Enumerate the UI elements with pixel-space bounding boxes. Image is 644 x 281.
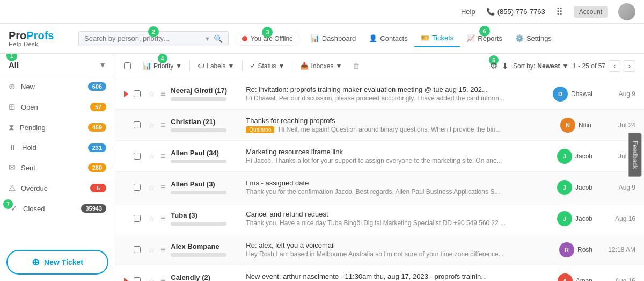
table-row[interactable]: ☆ ≡ Neeraj Giroti (17) Re: invitation: p… [115,78,644,110]
ticket-assignee-3: J Jacob [557,180,592,195]
step-6-nav-badge: 6 [479,26,490,37]
table-row[interactable]: ☆ ≡ Christian (21) Thanks for reaching p… [115,110,644,141]
tickets-icon: 🎫 [421,34,429,42]
offline-label: You are Offline [251,35,293,42]
priority-arrow: ▼ [175,62,182,70]
sidebar-item-closed[interactable]: 7 ✓ Closed 35943 [0,198,115,219]
table-row[interactable]: ☆ ≡ Allen Paul (3) Lms - assigned date T… [115,172,644,203]
select-all-checkbox[interactable] [124,62,131,69]
table-row[interactable]: ☆ ≡ Alex Bompane Re: alex, left you a vo… [115,234,644,265]
tickets-toolbar: 4 📊 Priority ▼ 🏷 Labels ▼ ✓ Status ▼ 📥 I… [115,54,644,78]
ticket-type-icon-4: ≡ [160,214,165,224]
download-icon[interactable]: ⬇ [502,61,509,71]
labels-icon: 🏷 [197,62,204,70]
sidebar-item-new[interactable]: ⊕ New 606 [0,76,115,97]
help-link[interactable]: Help [461,8,475,16]
inboxes-label: Inboxes [311,62,333,70]
ticket-checkbox-4[interactable] [134,215,141,222]
star-icon-6[interactable]: ☆ [148,277,155,282]
priority-filter-btn[interactable]: 4 📊 Priority ▼ [137,59,187,73]
filter-icon-wrapper[interactable]: 5 ⚙ [490,61,497,71]
avatar[interactable] [618,3,635,20]
ticket-subject-0: Re: invitation: proprofs training maker … [246,85,547,93]
nav-item-settings[interactable]: ⚙️ Settings [509,30,558,47]
nav-bar: ProProfs Help Desk 2 ▼ 🔍 3 You are Offli… [0,24,644,54]
grid-icon[interactable]: ⠿ [556,6,563,18]
toolbar-sep-3 [292,61,292,71]
ticket-checkbox-1[interactable] [134,121,141,128]
ticket-sender-0: Neeraj Giroti (17) [171,87,240,101]
ticket-date-6: Aug 16 [598,277,635,282]
labels-label: Labels [207,62,225,70]
nav-item-reports[interactable]: 6 📈 Reports [460,30,509,47]
inboxes-filter-btn[interactable]: 📥 Inboxes ▼ [295,59,347,73]
new-ticket-button[interactable]: ⊕ New Ticket [6,250,108,275]
status-filter-btn[interactable]: ✓ Status ▼ [245,59,290,73]
ticket-checkbox-6[interactable] [134,277,141,281]
logo-subtitle: Help Desk [9,41,68,47]
ticket-date-4: Aug 16 [598,215,635,222]
nav-item-contacts[interactable]: 👤 Contacts [362,30,414,47]
logo: ProProfs Help Desk [9,30,68,47]
sidebar-item-overdue[interactable]: ⚠ Overdue 5 [0,178,115,198]
table-row[interactable]: ☆ ≡ Allen Paul (34) Marketing resources … [115,141,644,172]
sidebar-item-label-hold: Hold [22,143,83,152]
ticket-checkbox-2[interactable] [134,153,141,160]
table-row[interactable]: ☆ ≡ Calendly (2) New event: arthur nasci… [115,265,644,281]
open-badge: 57 [90,103,106,111]
search-input[interactable] [84,34,204,42]
sender-bar-1 [171,128,226,132]
sidebar-item-label-pending: Pending [20,124,83,132]
pending-icon: ⧗ [9,123,14,132]
toolbar-right: 5 ⚙ ⬇ Sort by: Newest ▼ 1 - 25 of 57 ‹ › [490,60,635,72]
search-dropdown-arrow[interactable]: ▼ [204,35,210,42]
sidebar-header: 1 All ▼ [0,54,115,76]
feedback-tab[interactable]: Feedback [629,133,642,176]
sent-icon: ✉ [9,163,16,172]
star-icon-4[interactable]: ☆ [148,214,155,223]
sidebar-item-sent[interactable]: ✉ Sent 280 [0,157,115,178]
next-page-btn[interactable]: › [624,60,635,72]
sidebar-item-label-new: New [21,83,83,91]
settings-icon: ⚙️ [515,34,524,42]
sidebar-item-hold[interactable]: ⏸ Hold 231 [0,138,115,157]
dashboard-icon: 📊 [311,34,319,42]
nav-item-dashboard[interactable]: 📊 Dashboard [304,30,363,47]
delete-btn[interactable]: 🗑 [347,59,365,73]
star-icon-0[interactable]: ☆ [148,90,155,98]
new-ticket-label: New Ticket [44,258,83,266]
ticket-type-icon-3: ≡ [160,183,165,192]
labels-filter-btn[interactable]: 🏷 Labels ▼ [192,59,239,73]
search-icon[interactable]: 🔍 [214,34,223,43]
ticket-type-icon-5: ≡ [160,245,165,255]
filter-icon[interactable]: ⚙ [490,61,497,70]
sidebar: 1 All ▼ ⊕ New 606 ⊞ Open 57 ⧗ Pending 45… [0,54,115,281]
sidebar-dropdown-arrow[interactable]: ▼ [99,61,106,69]
assignee-avatar-1: N [560,118,575,133]
tickets-area: 4 📊 Priority ▼ 🏷 Labels ▼ ✓ Status ▼ 📥 I… [115,54,644,281]
star-icon-2[interactable]: ☆ [148,152,155,161]
ticket-checkbox-3[interactable] [134,184,141,191]
assignee-avatar-2: J [557,149,572,164]
prev-page-btn[interactable]: ‹ [609,60,620,72]
offline-status-badge[interactable]: 3 You are Offline [235,32,300,46]
table-row[interactable]: ☆ ≡ Tuba (3) Cancel and refund request T… [115,203,644,234]
star-icon-3[interactable]: ☆ [148,183,155,192]
sidebar-item-label-sent: Sent [21,164,83,172]
nav-item-tickets[interactable]: 🎫 Tickets [414,30,460,47]
sidebar-item-pending[interactable]: ⧗ Pending 459 [0,117,115,138]
star-icon-1[interactable]: ☆ [148,121,155,129]
ticket-content-5: Re: alex, left you a voicemail Hey Rosh,… [246,241,554,258]
toolbar-sep-2 [242,61,243,71]
assignee-avatar-3: J [557,180,572,195]
phone-icon: 📞 [486,8,495,16]
reports-icon: 📈 [466,34,475,42]
sort-control[interactable]: Sort by: Newest ▼ [513,62,568,70]
sidebar-item-open[interactable]: ⊞ Open 57 [0,97,115,117]
ticket-sender-6: Calendly (2) [171,273,240,281]
star-icon-5[interactable]: ☆ [148,246,155,254]
ticket-checkbox-5[interactable] [134,246,141,253]
row-indicator-0 [124,91,128,97]
ticket-checkbox-0[interactable] [134,90,141,97]
ticket-subject-1: Thanks for reaching proprofs [246,117,555,125]
